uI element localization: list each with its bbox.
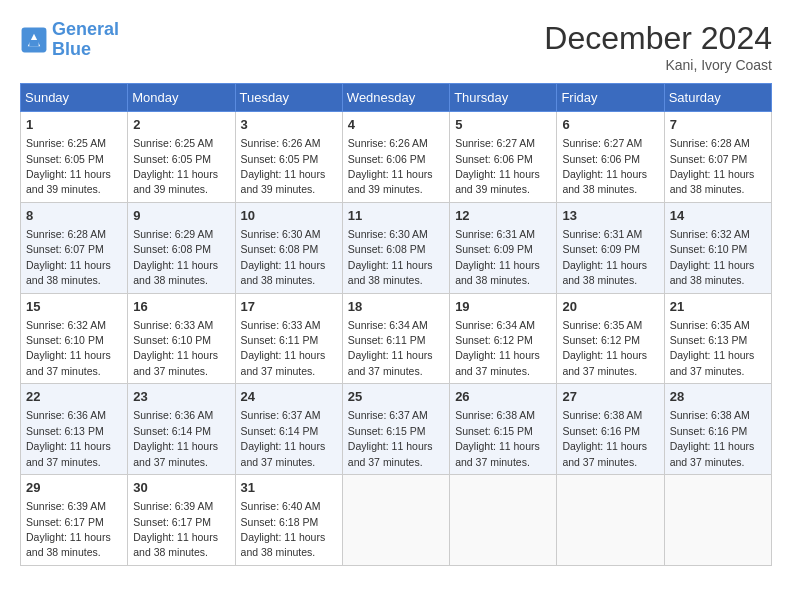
day-sunrise: Sunrise: 6:28 AM — [670, 137, 750, 149]
day-number: 17 — [241, 298, 337, 316]
day-daylight: Daylight: 11 hours and 39 minutes. — [348, 168, 433, 195]
table-row — [557, 475, 664, 566]
day-sunset: Sunset: 6:11 PM — [348, 334, 426, 346]
day-sunrise: Sunrise: 6:36 AM — [133, 409, 213, 421]
header-tuesday: Tuesday — [235, 84, 342, 112]
day-number: 22 — [26, 388, 122, 406]
day-number: 20 — [562, 298, 658, 316]
header-wednesday: Wednesday — [342, 84, 449, 112]
day-sunset: Sunset: 6:11 PM — [241, 334, 319, 346]
day-sunrise: Sunrise: 6:30 AM — [348, 228, 428, 240]
day-daylight: Daylight: 11 hours and 37 minutes. — [455, 440, 540, 467]
day-daylight: Daylight: 11 hours and 38 minutes. — [455, 259, 540, 286]
day-number: 12 — [455, 207, 551, 225]
day-sunrise: Sunrise: 6:40 AM — [241, 500, 321, 512]
logo-text: General Blue — [52, 20, 119, 60]
day-sunrise: Sunrise: 6:27 AM — [455, 137, 535, 149]
table-row: 4 Sunrise: 6:26 AM Sunset: 6:06 PM Dayli… — [342, 112, 449, 203]
day-sunrise: Sunrise: 6:33 AM — [133, 319, 213, 331]
calendar-week-row: 1 Sunrise: 6:25 AM Sunset: 6:05 PM Dayli… — [21, 112, 772, 203]
calendar-week-row: 22 Sunrise: 6:36 AM Sunset: 6:13 PM Dayl… — [21, 384, 772, 475]
calendar-week-row: 29 Sunrise: 6:39 AM Sunset: 6:17 PM Dayl… — [21, 475, 772, 566]
day-daylight: Daylight: 11 hours and 38 minutes. — [26, 531, 111, 558]
day-daylight: Daylight: 11 hours and 39 minutes. — [133, 168, 218, 195]
day-daylight: Daylight: 11 hours and 37 minutes. — [241, 349, 326, 376]
day-number: 27 — [562, 388, 658, 406]
day-number: 11 — [348, 207, 444, 225]
day-sunrise: Sunrise: 6:34 AM — [455, 319, 535, 331]
day-sunrise: Sunrise: 6:35 AM — [670, 319, 750, 331]
day-sunset: Sunset: 6:09 PM — [455, 243, 533, 255]
table-row: 26 Sunrise: 6:38 AM Sunset: 6:15 PM Dayl… — [450, 384, 557, 475]
day-daylight: Daylight: 11 hours and 37 minutes. — [133, 440, 218, 467]
table-row: 10 Sunrise: 6:30 AM Sunset: 6:08 PM Dayl… — [235, 202, 342, 293]
table-row: 30 Sunrise: 6:39 AM Sunset: 6:17 PM Dayl… — [128, 475, 235, 566]
day-number: 7 — [670, 116, 766, 134]
table-row: 9 Sunrise: 6:29 AM Sunset: 6:08 PM Dayli… — [128, 202, 235, 293]
table-row: 27 Sunrise: 6:38 AM Sunset: 6:16 PM Dayl… — [557, 384, 664, 475]
day-sunset: Sunset: 6:14 PM — [133, 425, 211, 437]
table-row: 16 Sunrise: 6:33 AM Sunset: 6:10 PM Dayl… — [128, 293, 235, 384]
day-sunset: Sunset: 6:13 PM — [670, 334, 748, 346]
day-daylight: Daylight: 11 hours and 37 minutes. — [348, 349, 433, 376]
day-number: 31 — [241, 479, 337, 497]
day-sunset: Sunset: 6:14 PM — [241, 425, 319, 437]
day-number: 16 — [133, 298, 229, 316]
calendar-week-row: 8 Sunrise: 6:28 AM Sunset: 6:07 PM Dayli… — [21, 202, 772, 293]
day-daylight: Daylight: 11 hours and 38 minutes. — [26, 259, 111, 286]
day-number: 5 — [455, 116, 551, 134]
table-row: 23 Sunrise: 6:36 AM Sunset: 6:14 PM Dayl… — [128, 384, 235, 475]
day-sunset: Sunset: 6:18 PM — [241, 516, 319, 528]
day-number: 21 — [670, 298, 766, 316]
day-number: 6 — [562, 116, 658, 134]
day-sunset: Sunset: 6:05 PM — [241, 153, 319, 165]
table-row: 6 Sunrise: 6:27 AM Sunset: 6:06 PM Dayli… — [557, 112, 664, 203]
table-row: 21 Sunrise: 6:35 AM Sunset: 6:13 PM Dayl… — [664, 293, 771, 384]
day-number: 25 — [348, 388, 444, 406]
table-row: 17 Sunrise: 6:33 AM Sunset: 6:11 PM Dayl… — [235, 293, 342, 384]
day-sunrise: Sunrise: 6:37 AM — [241, 409, 321, 421]
day-number: 3 — [241, 116, 337, 134]
day-number: 30 — [133, 479, 229, 497]
day-sunset: Sunset: 6:17 PM — [133, 516, 211, 528]
day-sunset: Sunset: 6:16 PM — [562, 425, 640, 437]
page-header: General Blue December 2024 Kani, Ivory C… — [20, 20, 772, 73]
day-daylight: Daylight: 11 hours and 38 minutes. — [670, 168, 755, 195]
day-daylight: Daylight: 11 hours and 38 minutes. — [133, 531, 218, 558]
day-sunrise: Sunrise: 6:39 AM — [133, 500, 213, 512]
day-sunrise: Sunrise: 6:31 AM — [455, 228, 535, 240]
day-sunset: Sunset: 6:17 PM — [26, 516, 104, 528]
day-daylight: Daylight: 11 hours and 38 minutes. — [562, 259, 647, 286]
day-sunset: Sunset: 6:05 PM — [133, 153, 211, 165]
day-sunrise: Sunrise: 6:38 AM — [670, 409, 750, 421]
table-row: 24 Sunrise: 6:37 AM Sunset: 6:14 PM Dayl… — [235, 384, 342, 475]
day-sunrise: Sunrise: 6:38 AM — [562, 409, 642, 421]
day-sunset: Sunset: 6:08 PM — [241, 243, 319, 255]
header-sunday: Sunday — [21, 84, 128, 112]
day-number: 23 — [133, 388, 229, 406]
day-sunrise: Sunrise: 6:26 AM — [241, 137, 321, 149]
day-sunset: Sunset: 6:10 PM — [133, 334, 211, 346]
day-sunset: Sunset: 6:08 PM — [348, 243, 426, 255]
day-sunset: Sunset: 6:10 PM — [26, 334, 104, 346]
day-daylight: Daylight: 11 hours and 38 minutes. — [241, 259, 326, 286]
day-daylight: Daylight: 11 hours and 38 minutes. — [241, 531, 326, 558]
table-row: 13 Sunrise: 6:31 AM Sunset: 6:09 PM Dayl… — [557, 202, 664, 293]
day-number: 1 — [26, 116, 122, 134]
table-row: 29 Sunrise: 6:39 AM Sunset: 6:17 PM Dayl… — [21, 475, 128, 566]
title-block: December 2024 Kani, Ivory Coast — [544, 20, 772, 73]
svg-rect-2 — [29, 40, 38, 46]
day-sunset: Sunset: 6:07 PM — [670, 153, 748, 165]
day-sunrise: Sunrise: 6:25 AM — [133, 137, 213, 149]
table-row: 7 Sunrise: 6:28 AM Sunset: 6:07 PM Dayli… — [664, 112, 771, 203]
table-row: 8 Sunrise: 6:28 AM Sunset: 6:07 PM Dayli… — [21, 202, 128, 293]
header-monday: Monday — [128, 84, 235, 112]
day-sunset: Sunset: 6:16 PM — [670, 425, 748, 437]
day-number: 26 — [455, 388, 551, 406]
day-daylight: Daylight: 11 hours and 37 minutes. — [670, 349, 755, 376]
day-number: 24 — [241, 388, 337, 406]
day-daylight: Daylight: 11 hours and 38 minutes. — [133, 259, 218, 286]
table-row: 14 Sunrise: 6:32 AM Sunset: 6:10 PM Dayl… — [664, 202, 771, 293]
day-number: 8 — [26, 207, 122, 225]
header-friday: Friday — [557, 84, 664, 112]
